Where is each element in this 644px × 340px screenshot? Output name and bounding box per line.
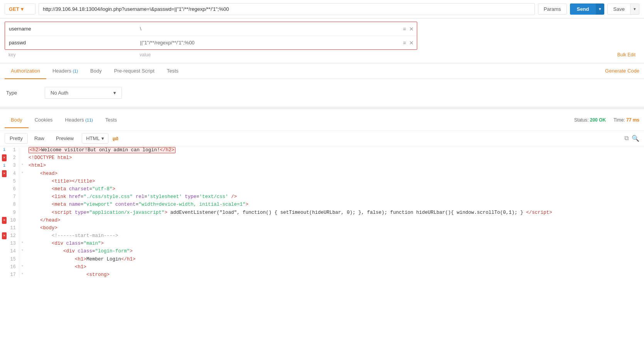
- fold-9: [19, 209, 25, 217]
- fold-4[interactable]: ▾: [19, 170, 25, 178]
- format-select[interactable]: HTML ▾: [82, 133, 108, 144]
- tab-response-body[interactable]: Body: [5, 112, 29, 128]
- param-actions-2: ≡ ✕: [403, 40, 417, 46]
- search-icon[interactable]: 🔍: [632, 135, 639, 142]
- time-value: 77 ms: [626, 117, 639, 123]
- method-select[interactable]: GET ▾: [5, 3, 35, 15]
- param-header-key: key: [5, 51, 136, 58]
- bulk-edit-button[interactable]: Bulk Edit: [614, 51, 639, 58]
- indicator-15: [0, 255, 8, 263]
- status-value: 200 OK: [590, 117, 606, 123]
- delete-icon-2[interactable]: ✕: [409, 40, 414, 46]
- auth-type-value: No Auth: [51, 90, 68, 96]
- indicator-6: [0, 185, 8, 193]
- generate-code-button[interactable]: Generate Code: [605, 63, 639, 78]
- param-actions-1: ≡ ✕: [403, 26, 417, 32]
- indicator-14: [0, 247, 8, 255]
- fold-6: [19, 185, 25, 193]
- indicator-17: [0, 271, 8, 277]
- delete-icon-1[interactable]: ✕: [409, 26, 414, 32]
- linecontent-5: <title></title>: [25, 178, 644, 185]
- view-tab-preview[interactable]: Preview: [51, 133, 79, 144]
- fold-14[interactable]: ▾: [19, 247, 25, 255]
- fold-1: [19, 146, 25, 154]
- indicator-4: ✕: [0, 170, 8, 178]
- view-tab-pretty[interactable]: Pretty: [5, 133, 28, 144]
- body-view-bar: Pretty Raw Preview HTML ▾ ⇌ ⧉ 🔍: [0, 131, 644, 146]
- method-label: GET: [9, 6, 19, 12]
- format-dropdown-icon: ▾: [101, 135, 104, 141]
- fold-16[interactable]: ▾: [19, 263, 25, 271]
- param-value-1: \: [136, 24, 403, 33]
- linenum-9: 9: [8, 209, 19, 217]
- fold-17[interactable]: ▾: [19, 271, 25, 277]
- fold-12: [19, 232, 25, 240]
- linecontent-3: <html>: [25, 162, 644, 169]
- code-viewer[interactable]: i 1 <h2>Welcome visitor!But only admin c…: [0, 146, 644, 277]
- url-input[interactable]: [39, 3, 535, 15]
- linecontent-17: <strong>: [25, 271, 644, 277]
- param-row-2: passwd ||"1"/**/regexp/**/'1";%00 ≡ ✕: [5, 36, 417, 49]
- params-button[interactable]: Params: [538, 3, 567, 15]
- code-line-2: ✕ 2 <!DOCTYPE html>: [0, 154, 644, 162]
- code-line-8: 8 <meta name="viewport" content="width=d…: [0, 201, 644, 208]
- time-label: Time: 77 ms: [614, 117, 639, 123]
- params-table: username \ ≡ ✕ passwd ||"1"/**/regexp/**…: [5, 22, 417, 50]
- linecontent-6: <meta charset="utf-8">: [25, 185, 644, 193]
- linenum-11: 11: [8, 224, 19, 232]
- fold-13[interactable]: ▾: [19, 240, 25, 247]
- save-button[interactable]: Save: [608, 4, 630, 14]
- linenum-17: 17: [8, 271, 19, 277]
- url-bar: GET ▾ Params Send ▾ Save ▾: [0, 0, 644, 19]
- indicator-3: i: [0, 162, 8, 169]
- send-button[interactable]: Send: [570, 3, 596, 15]
- linecontent-11: <body>: [25, 224, 644, 232]
- tab-headers[interactable]: Headers (1): [46, 63, 84, 79]
- linecontent-13: <div class="main">: [25, 240, 644, 247]
- linenum-15: 15: [8, 255, 19, 263]
- wrap-icon[interactable]: ⇌: [112, 134, 119, 143]
- auth-type-select[interactable]: No Auth ▾: [45, 87, 122, 99]
- fold-10: [19, 217, 25, 224]
- send-dropdown-button[interactable]: ▾: [596, 3, 604, 15]
- linecontent-10: </head>: [25, 217, 644, 224]
- code-line-1: i 1 <h2>Welcome visitor!But only admin c…: [0, 146, 644, 154]
- linenum-10: 10: [8, 217, 19, 224]
- param-header-row: key value Bulk Edit: [5, 50, 639, 60]
- tab-tests[interactable]: Tests: [161, 63, 185, 79]
- response-headers-badge: (11): [85, 118, 93, 122]
- headers-badge: (1): [73, 69, 78, 73]
- reorder-icon-2[interactable]: ≡: [403, 40, 406, 46]
- auth-dropdown-icon: ▾: [113, 90, 116, 96]
- request-tabs: Authorization Headers (1) Body Pre-reque…: [0, 63, 644, 79]
- response-header: Body Cookies Headers (11) Tests Status: …: [0, 109, 644, 131]
- fold-3[interactable]: ▾: [19, 162, 25, 169]
- indicator-7: [0, 193, 8, 201]
- fold-7: [19, 193, 25, 201]
- tab-body[interactable]: Body: [84, 63, 108, 79]
- reorder-icon-1[interactable]: ≡: [403, 26, 406, 32]
- copy-icon[interactable]: ⧉: [624, 135, 629, 142]
- indicator-12: ✕: [0, 232, 8, 240]
- tab-response-tests[interactable]: Tests: [99, 112, 123, 128]
- save-dropdown-button[interactable]: ▾: [630, 4, 639, 14]
- response-tabs-left: Body Cookies Headers (11) Tests: [5, 112, 123, 127]
- response-status: Status: 200 OK Time: 77 ms: [574, 117, 639, 123]
- code-line-6: 6 <meta charset="utf-8">: [0, 185, 644, 193]
- highlight-box-1: <h2>Welcome visitor!But only admin can l…: [29, 147, 175, 153]
- tab-cookies[interactable]: Cookies: [29, 112, 59, 128]
- linenum-8: 8: [8, 201, 19, 208]
- linenum-1: 1: [8, 146, 19, 154]
- tab-prerequest[interactable]: Pre-request Script: [108, 63, 161, 79]
- param-value-2: ||"1"/**/regexp/**/'1";%00: [136, 38, 403, 47]
- code-line-15: 15 <h1>Member Login</h1>: [0, 255, 644, 263]
- linecontent-9: <script type="application/x-javascript">…: [25, 209, 644, 217]
- linecontent-12: <!------start-main---->: [25, 232, 644, 240]
- tab-authorization[interactable]: Authorization: [5, 63, 46, 79]
- view-tab-raw[interactable]: Raw: [29, 133, 49, 144]
- format-value: HTML: [86, 135, 99, 141]
- indicator-1: i: [0, 146, 8, 154]
- tab-response-headers[interactable]: Headers (11): [59, 112, 99, 128]
- linenum-3: 3: [8, 162, 19, 169]
- param-row-1: username \ ≡ ✕: [5, 22, 417, 36]
